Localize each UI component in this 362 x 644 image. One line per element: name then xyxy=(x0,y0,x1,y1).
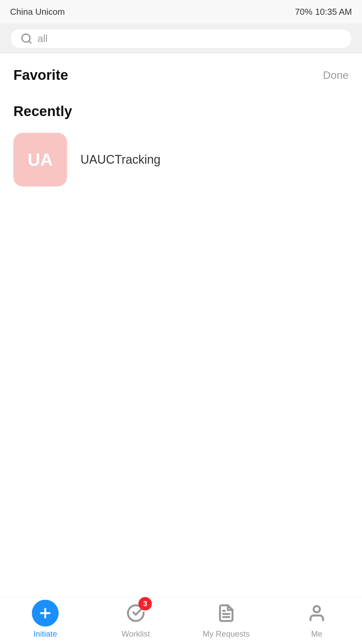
carrier-text: China Unicom xyxy=(10,7,65,17)
initiate-circle xyxy=(32,600,59,627)
main-content: Favorite Done Recently UA UAUCTracking xyxy=(0,54,362,200)
nav-item-worklist[interactable]: 3 Worklist xyxy=(90,600,181,639)
recently-section: Recently UA UAUCTracking xyxy=(13,103,349,186)
plus-icon xyxy=(38,606,53,621)
app-icon: UA xyxy=(13,133,67,186)
recently-title: Recently xyxy=(13,103,349,119)
svg-point-6 xyxy=(314,606,320,612)
app-name: UAUCTracking xyxy=(80,153,161,167)
status-bar: China Unicom 70% 10:35 AM xyxy=(0,0,362,23)
recent-app-item[interactable]: UA UAUCTracking xyxy=(13,133,349,186)
nav-label-my-requests: My Requests xyxy=(203,629,250,639)
time-text: 10:35 AM xyxy=(315,7,352,17)
worklist-icon-container: 3 xyxy=(122,600,149,627)
battery-text: 70% xyxy=(295,7,312,17)
nav-label-initiate: Initiate xyxy=(34,629,57,639)
app-icon-text: UA xyxy=(27,150,53,170)
search-input-container[interactable]: all xyxy=(10,29,352,49)
user-icon xyxy=(307,604,326,623)
file-text-icon xyxy=(217,604,236,623)
favorite-section-header: Favorite Done xyxy=(13,67,349,83)
status-bar-right: 70% 10:35 AM xyxy=(295,7,352,17)
nav-label-me: Me xyxy=(311,629,322,639)
favorite-title: Favorite xyxy=(13,67,68,83)
search-placeholder: all xyxy=(38,33,48,44)
bottom-nav: Initiate 3 Worklist My Requests xyxy=(0,597,362,644)
search-bar[interactable]: all xyxy=(0,23,362,54)
me-icon-container xyxy=(303,600,330,627)
nav-label-worklist: Worklist xyxy=(122,629,150,639)
nav-item-initiate[interactable]: Initiate xyxy=(0,600,90,639)
my-requests-icon-container xyxy=(213,600,240,627)
initiate-icon-container xyxy=(32,600,59,627)
done-button[interactable]: Done xyxy=(323,69,349,82)
worklist-badge: 3 xyxy=(138,597,152,610)
nav-item-me[interactable]: Me xyxy=(272,600,362,639)
svg-line-1 xyxy=(29,41,31,43)
search-icon xyxy=(20,33,33,45)
nav-item-my-requests[interactable]: My Requests xyxy=(181,600,272,639)
